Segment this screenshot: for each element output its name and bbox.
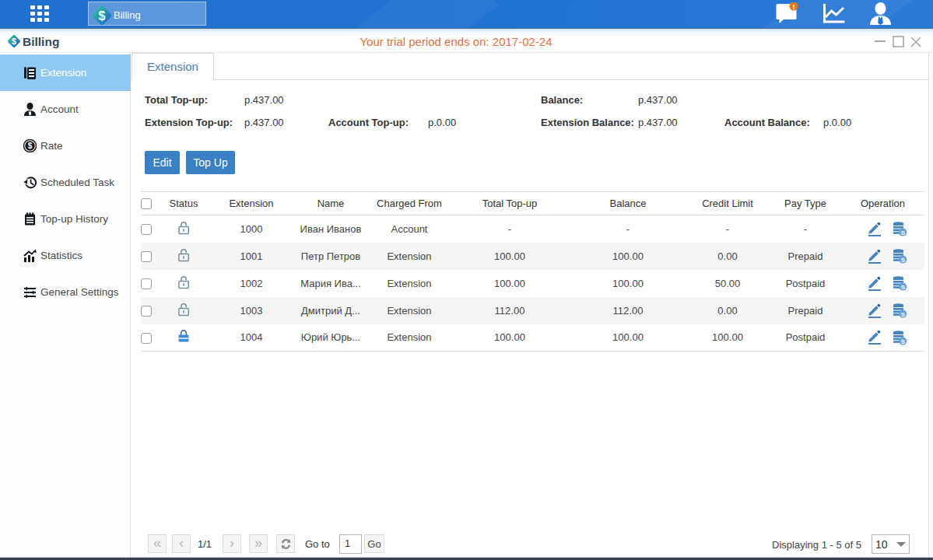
svg-text:!: !	[793, 3, 795, 11]
svg-text:$: $	[28, 142, 33, 150]
svg-text:$: $	[99, 9, 106, 23]
